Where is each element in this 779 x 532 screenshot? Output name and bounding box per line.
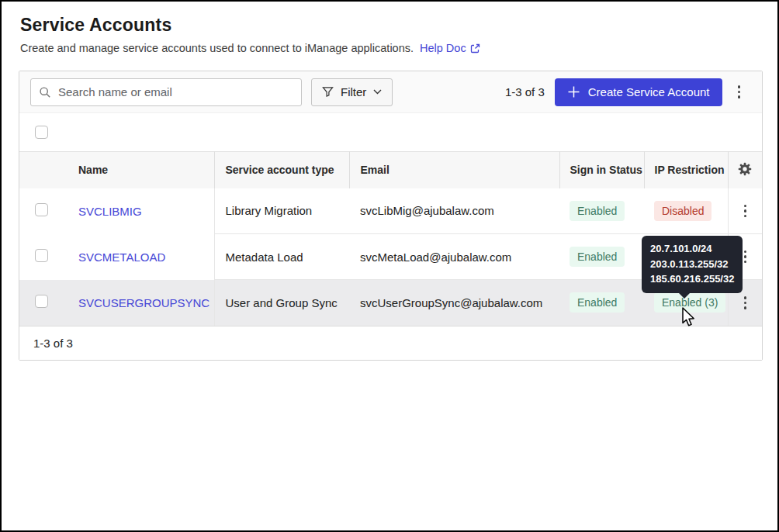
- account-name-link[interactable]: SVCMETALOAD: [78, 250, 165, 264]
- select-all-row: [19, 113, 762, 151]
- toolbar-right: 1-3 of 3 Create Service Account: [505, 78, 746, 106]
- search-icon: [39, 86, 51, 98]
- column-header-ip-restriction[interactable]: IP Restriction: [644, 152, 728, 188]
- account-name-link[interactable]: SVCLIBMIG: [78, 205, 142, 218]
- page-title: Service Accounts: [20, 15, 759, 36]
- table-row: SVCLIBMIG Library Migration svcLibMig@aj…: [19, 188, 762, 234]
- result-count: 1-3 of 3: [505, 85, 545, 98]
- page-subtitle-text: Create and manage service accounts used …: [20, 42, 414, 54]
- chevron-down-icon: [373, 89, 382, 95]
- create-service-account-label: Create Service Account: [588, 85, 710, 98]
- account-email: svcLibMig@ajubalaw.com: [349, 188, 559, 234]
- page-header: Service Accounts Create and manage servi…: [2, 2, 777, 54]
- create-service-account-button[interactable]: Create Service Account: [555, 78, 722, 106]
- column-header-type[interactable]: Service account type: [214, 152, 349, 188]
- ip-restriction-badge[interactable]: Disabled: [654, 201, 711, 221]
- help-doc-link[interactable]: Help Doc: [420, 42, 480, 54]
- column-header-signin-status[interactable]: Sign in Status: [559, 152, 644, 188]
- search-input[interactable]: [58, 85, 293, 98]
- page-subtitle: Create and manage service accounts used …: [20, 42, 759, 54]
- service-accounts-panel: Filter 1-3 of 3 Create Service Account: [19, 71, 763, 361]
- toolbar-kebab-menu[interactable]: [732, 81, 747, 103]
- row-checkbox[interactable]: [35, 295, 48, 308]
- search-box[interactable]: [30, 78, 302, 106]
- table-footer: 1-3 of 3: [19, 326, 762, 360]
- account-email: svcUserGroupSync@ajubalaw.com: [349, 280, 559, 326]
- ip-restriction-badge[interactable]: Enabled (3): [654, 292, 725, 313]
- filter-button-label: Filter: [341, 85, 366, 98]
- service-accounts-screen: Service Accounts Create and manage servi…: [0, 0, 779, 532]
- signin-status-badge: Enabled: [570, 247, 625, 267]
- plus-icon: [567, 85, 580, 98]
- footer-result-count: 1-3 of 3: [33, 337, 73, 350]
- filter-funnel-icon: [322, 86, 334, 98]
- signin-status-badge: Enabled: [570, 292, 625, 313]
- help-doc-link-label: Help Doc: [420, 42, 466, 54]
- select-all-checkbox[interactable]: [35, 126, 48, 139]
- account-type: Metadata Load: [214, 234, 349, 280]
- tooltip-ip-line: 203.0.113.255/32: [650, 257, 734, 272]
- account-email: svcMetaLoad@ajubalaw.com: [349, 234, 559, 280]
- column-settings-header[interactable]: [728, 152, 762, 188]
- header-checkbox-spacer: [19, 152, 72, 188]
- tooltip-ip-line: 185.60.216.255/32: [650, 271, 734, 287]
- gear-icon: [737, 161, 753, 177]
- table-header-row: Name Service account type Email Sign in …: [19, 152, 762, 188]
- row-checkbox[interactable]: [35, 203, 48, 216]
- account-type: User and Group Sync: [214, 280, 349, 326]
- toolbar: Filter 1-3 of 3 Create Service Account: [19, 71, 762, 113]
- external-link-icon: [470, 43, 480, 54]
- filter-button[interactable]: Filter: [311, 78, 393, 106]
- column-header-email[interactable]: Email: [349, 152, 559, 188]
- row-kebab-menu[interactable]: [738, 200, 753, 223]
- row-checkbox[interactable]: [35, 249, 48, 262]
- account-type: Library Migration: [214, 188, 349, 234]
- account-name-link[interactable]: SVCUSERGROUPSYNC: [78, 296, 209, 309]
- ip-restriction-tooltip: 20.7.101.0/24 203.0.113.255/32 185.60.21…: [642, 236, 743, 293]
- tooltip-ip-line: 20.7.101.0/24: [650, 241, 734, 257]
- row-kebab-menu[interactable]: [738, 292, 753, 314]
- signin-status-badge: Enabled: [570, 201, 625, 221]
- column-header-name[interactable]: Name: [72, 152, 214, 188]
